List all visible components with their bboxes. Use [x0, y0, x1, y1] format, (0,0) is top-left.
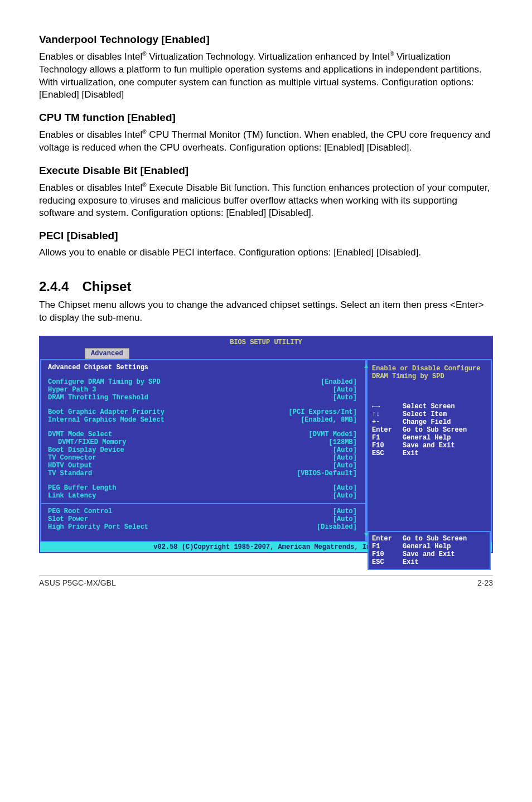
bios-help-text: Enable or Disable Configure DRAM Timing … — [372, 365, 486, 380]
bios-item-value: [Disabled] — [317, 523, 360, 531]
nav-key: ESC — [372, 558, 403, 566]
bios-item-value: [VBIOS-Default] — [297, 470, 360, 477]
section-chipset-text: The Chipset menu allows you to change th… — [39, 299, 493, 325]
reg-mark: ® — [142, 51, 146, 57]
bios-item-slot-pwr[interactable]: Slot Power [Auto] — [48, 515, 360, 523]
text-frag: Enables or disables Intel — [39, 129, 142, 140]
bios-popup-help: EnterGo to Sub Screen F1General Help F10… — [367, 531, 491, 570]
bios-item-value: [Auto] — [333, 454, 360, 462]
bios-nav-help: Select Screen Select Item +-Change Field… — [372, 403, 486, 457]
bios-item-label: Link Latency — [48, 492, 96, 500]
bios-item-label: Slot Power — [48, 515, 88, 523]
bios-item-label: Internal Graphics Mode Select — [48, 416, 165, 424]
nav-help-row: F10Save and Exit — [372, 550, 486, 558]
nav-text: Go to Sub Screen — [403, 426, 467, 434]
arrow-lr-icon — [372, 403, 403, 410]
section-peci-text: Allows you to enable or disable PECI int… — [39, 247, 493, 259]
section-cputm-text: Enables or disables Intel® CPU Thermal M… — [39, 128, 493, 154]
bios-item-value: [Auto] — [333, 446, 360, 454]
bios-item-label: Boot Graphic Adapter Priority — [48, 408, 165, 416]
bios-item-dram-timing[interactable]: Configure DRAM Timing by SPD [Enabled] — [48, 378, 360, 386]
arrow-ud-icon — [372, 410, 403, 418]
nav-text: Go to Sub Screen — [403, 535, 467, 543]
nav-text: Save and Exit — [403, 442, 455, 450]
nav-help-row: F10Save and Exit — [372, 442, 486, 450]
bios-left-panel: Advanced Chipset Settings Configure DRAM… — [40, 359, 366, 542]
bios-window: BIOS SETUP UTILITY Advanced Advanced Chi… — [39, 336, 493, 553]
nav-text: General Help — [403, 434, 451, 442]
reg-mark: ® — [142, 129, 146, 135]
bios-item-link-lat[interactable]: Link Latency [Auto] — [48, 492, 360, 500]
section-vanderpool-title: Vanderpool Technology [Enabled] — [39, 33, 493, 46]
bios-item-value: [Auto] — [333, 515, 360, 523]
nav-key: +- — [372, 418, 403, 426]
bios-right-panel: ▲ Enable or Disable Configure DRAM Timin… — [366, 359, 492, 542]
bios-item-hdtv[interactable]: HDTV Output [Auto] — [48, 462, 360, 470]
bios-item-label: DVMT Mode Select — [48, 431, 112, 438]
nav-key: F10 — [372, 442, 403, 450]
nav-help-row: EnterGo to Sub Screen — [372, 535, 486, 543]
nav-text: Exit — [403, 558, 419, 566]
nav-text: Save and Exit — [403, 550, 455, 558]
bios-item-value: [Auto] — [333, 394, 360, 402]
bios-item-dram-throttle[interactable]: DRAM Throttling Threshold [Auto] — [48, 394, 360, 402]
text-frag: Enables or disables Intel — [39, 51, 142, 62]
bios-divider — [41, 503, 365, 504]
nav-help-row: EnterGo to Sub Screen — [372, 426, 486, 434]
reg-mark: ® — [142, 182, 146, 188]
bios-item-label: Boot Display Device — [48, 446, 124, 454]
section-peci-title: PECI [Disabled] — [39, 230, 493, 242]
bios-item-high-pri[interactable]: High Priority Port Select [Disabled] — [48, 523, 360, 531]
nav-help-row: Select Screen — [372, 403, 486, 410]
bios-item-label: Hyper Path 3 — [48, 386, 96, 394]
bios-item-label: High Priority Port Select — [48, 523, 148, 531]
scroll-up-icon: ▲ — [364, 363, 368, 370]
nav-help-row: F1General Help — [372, 543, 486, 550]
bios-item-value: [Auto] — [333, 508, 360, 515]
bios-item-dvmt-mem[interactable]: DVMT/FIXED Memory [128MB] — [48, 438, 360, 446]
bios-item-label: TV Standard — [48, 470, 92, 477]
nav-text: Change Field — [403, 418, 451, 426]
bios-item-value: [DVMT Mode1] — [309, 431, 360, 438]
nav-key: F1 — [372, 543, 403, 550]
bios-item-value: [PCI Express/Int] — [289, 408, 360, 416]
bios-item-label: Configure DRAM Timing by SPD — [48, 378, 161, 386]
bios-item-boot-adapter[interactable]: Boot Graphic Adapter Priority [PCI Expre… — [48, 408, 360, 416]
bios-item-label: HDTV Output — [48, 462, 92, 470]
bios-item-label: DRAM Throttling Threshold — [48, 394, 148, 402]
bios-item-label: DVMT/FIXED Memory — [48, 438, 126, 446]
bios-item-boot-disp[interactable]: Boot Display Device [Auto] — [48, 446, 360, 454]
bios-item-dvmt-mode[interactable]: DVMT Mode Select [DVMT Mode1] — [48, 431, 360, 438]
bios-item-label: TV Connector — [48, 454, 96, 462]
bios-item-hyper-path[interactable]: Hyper Path 3 [Auto] — [48, 386, 360, 394]
bios-item-label: PEG Root Control — [48, 508, 112, 515]
section-cputm-title: CPU TM function [Enabled] — [39, 112, 493, 124]
bios-tab-row: Advanced — [40, 348, 492, 359]
nav-key: F1 — [372, 434, 403, 442]
section-exec-title: Execute Disable Bit [Enabled] — [39, 165, 493, 177]
nav-help-row: Select Item — [372, 410, 486, 418]
nav-text: Exit — [403, 450, 419, 457]
bios-item-tv-std[interactable]: TV Standard [VBIOS-Default] — [48, 470, 360, 477]
bios-item-tv-conn[interactable]: TV Connector [Auto] — [48, 454, 360, 462]
nav-key: Enter — [372, 535, 403, 543]
bios-item-internal-gfx[interactable]: Internal Graphics Mode Select [Enabled, … — [48, 416, 360, 424]
bios-item-value: [Auto] — [333, 386, 360, 394]
nav-help-row: ESCExit — [372, 450, 486, 457]
bios-item-value: [Auto] — [333, 484, 360, 492]
bios-item-value: [Enabled] — [321, 378, 360, 386]
bios-tab-advanced[interactable]: Advanced — [85, 348, 129, 359]
bios-item-value: [Auto] — [333, 492, 360, 500]
bios-item-peg-buf[interactable]: PEG Buffer Length [Auto] — [48, 484, 360, 492]
nav-key: Enter — [372, 426, 403, 434]
text-frag: Virtualization Technology. Virtualizatio… — [147, 51, 390, 62]
nav-help-row: +-Change Field — [372, 418, 486, 426]
nav-help-row: ESCExit — [372, 558, 486, 566]
nav-key: F10 — [372, 550, 403, 558]
bios-item-label: PEG Buffer Length — [48, 484, 116, 492]
text-frag: Enables or disables Intel — [39, 182, 142, 193]
bios-item-value: [Auto] — [333, 462, 360, 470]
nav-text: General Help — [403, 543, 451, 550]
bios-item-peg-root[interactable]: PEG Root Control [Auto] — [48, 508, 360, 515]
bios-heading: Advanced Chipset Settings — [48, 364, 360, 371]
